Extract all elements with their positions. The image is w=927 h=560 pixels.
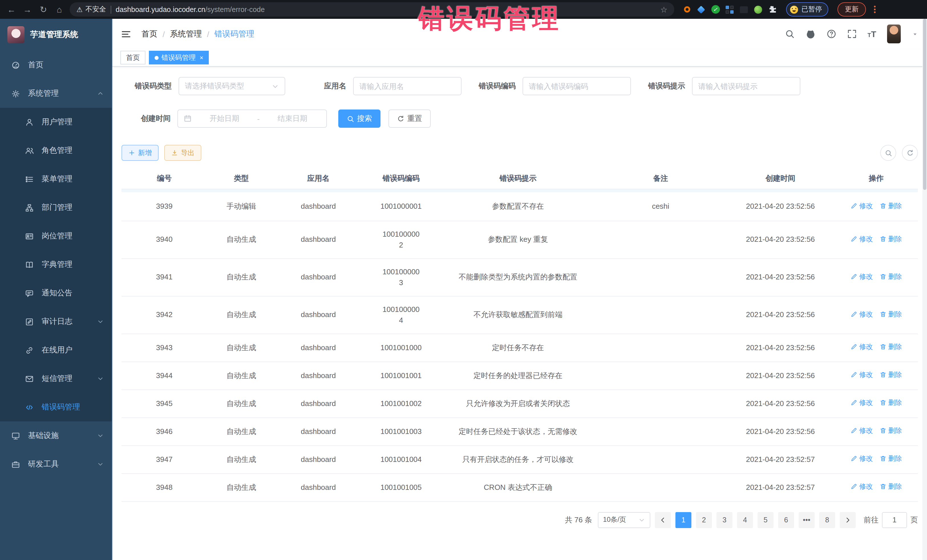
delete-link[interactable]: 删除 <box>880 234 902 244</box>
page-button-1[interactable]: 1 <box>675 512 691 528</box>
browser-menu-icon[interactable] <box>874 6 876 13</box>
sidebar-item-部门管理[interactable]: 部门管理 <box>0 193 112 222</box>
extensions-puzzle-icon[interactable] <box>768 5 777 14</box>
delete-link[interactable]: 删除 <box>880 200 902 211</box>
extension-onoff-icon[interactable] <box>739 5 748 14</box>
app-name-input[interactable] <box>354 77 461 95</box>
extension-gem-icon[interactable] <box>696 5 706 14</box>
sidebar-item-菜单管理[interactable]: 菜单管理 <box>0 165 112 193</box>
back-icon[interactable]: ← <box>6 5 17 14</box>
extension-target-icon[interactable] <box>682 5 691 14</box>
page-button-3[interactable]: 3 <box>716 512 732 528</box>
browser-update-button[interactable]: 更新 <box>837 2 866 17</box>
sidebar-item-用户管理[interactable]: 用户管理 <box>0 108 112 136</box>
error-msg-input[interactable] <box>693 77 800 95</box>
sidebar-item-基础设施[interactable]: 基础设施 <box>0 422 112 450</box>
edit-link[interactable]: 修改 <box>851 309 873 319</box>
table-row[interactable]: 3939手动编辑dashboard1001000001参数配置不存在ceshi2… <box>122 192 918 221</box>
security-warning[interactable]: ⚠ 不安全 <box>76 5 106 14</box>
delete-link[interactable]: 删除 <box>880 426 902 436</box>
page-size-select[interactable]: 10条/页 <box>598 512 650 528</box>
page-button-5[interactable]: 5 <box>758 512 774 528</box>
tag-首页[interactable]: 首页 <box>120 51 146 64</box>
create-time-range-picker[interactable]: 开始日期 - 结束日期 <box>178 109 327 128</box>
collapse-sidebar-icon[interactable] <box>121 29 131 39</box>
github-icon[interactable] <box>805 29 816 39</box>
page-ellipsis[interactable]: ••• <box>799 512 815 528</box>
next-page-button[interactable] <box>840 512 856 528</box>
delete-link[interactable]: 删除 <box>880 370 902 380</box>
reload-icon[interactable]: ↻ <box>38 4 49 15</box>
edit-link[interactable]: 修改 <box>851 200 873 211</box>
edit-link[interactable]: 修改 <box>851 426 873 436</box>
edit-link[interactable]: 修改 <box>851 370 873 380</box>
delete-link[interactable]: 删除 <box>880 272 902 282</box>
edit-link[interactable]: 修改 <box>851 272 873 282</box>
table-row[interactable]: 3948自动生成dashboard1001001005CRON 表达式不正确20… <box>122 473 918 501</box>
sidebar-item-字典管理[interactable]: 字典管理 <box>0 250 112 279</box>
edit-link[interactable]: 修改 <box>851 234 873 244</box>
delete-link[interactable]: 删除 <box>880 309 902 319</box>
sidebar-item-通知公告[interactable]: 通知公告 <box>0 279 112 307</box>
goto-page-input[interactable] <box>882 512 907 528</box>
sidebar-item-在线用户[interactable]: 在线用户 <box>0 336 112 364</box>
delete-link[interactable]: 删除 <box>880 342 902 352</box>
help-icon[interactable] <box>826 29 836 39</box>
edit-link[interactable]: 修改 <box>851 342 873 352</box>
page-scrollbar[interactable] <box>922 19 927 560</box>
page-button-2[interactable]: 2 <box>696 512 712 528</box>
tag-close-icon[interactable]: × <box>200 54 204 61</box>
table-row[interactable]: 3946自动生成dashboard1001001003定时任务已经处于该状态，无… <box>122 417 918 445</box>
table-row[interactable]: 3942自动生成dashboard1001000004不允许获取敏感配置到前端2… <box>122 296 918 334</box>
scrollbar-thumb[interactable] <box>923 19 926 190</box>
bookmark-star-icon[interactable]: ☆ <box>660 5 667 14</box>
table-row[interactable]: 3941自动生成dashboard1001000003不能删除类型为系统内置的参… <box>122 258 918 296</box>
sidebar-item-首页[interactable]: 首页 <box>0 51 112 79</box>
table-row[interactable]: 3940自动生成dashboard1001000002参数配置 key 重复20… <box>122 221 918 258</box>
delete-link[interactable]: 删除 <box>880 482 902 492</box>
refresh-table-button[interactable] <box>902 145 918 161</box>
table-row[interactable]: 3943自动生成dashboard1001001000定时任务不存在2021-0… <box>122 334 918 361</box>
export-button[interactable]: 导出 <box>164 145 201 161</box>
sidebar-item-研发工具[interactable]: 研发工具 <box>0 450 112 478</box>
edit-link[interactable]: 修改 <box>851 454 873 464</box>
breadcrumb-item-错误码管理[interactable]: 错误码管理 <box>214 29 254 39</box>
page-button-6[interactable]: 6 <box>778 512 794 528</box>
sidebar-item-系统管理[interactable]: 系统管理 <box>0 79 112 108</box>
show-search-toggle-button[interactable] <box>880 145 896 161</box>
paused-extension-pill[interactable]: 已暂停 <box>786 2 828 17</box>
prev-page-button[interactable] <box>655 512 671 528</box>
forward-icon[interactable]: → <box>22 5 33 14</box>
delete-link[interactable]: 删除 <box>880 398 902 408</box>
page-button-4[interactable]: 4 <box>737 512 753 528</box>
breadcrumb-item-首页[interactable]: 首页 <box>141 29 158 39</box>
address-bar[interactable]: ⚠ 不安全 dashboard.yudao.iocoder.cn/system/… <box>70 2 674 17</box>
tag-错误码管理[interactable]: 错误码管理× <box>149 51 209 64</box>
header-search-icon[interactable] <box>785 29 794 39</box>
extension-check-icon[interactable]: ✓ <box>711 5 720 14</box>
search-button[interactable]: 搜索 <box>338 109 380 128</box>
add-button[interactable]: 新增 <box>122 145 159 161</box>
table-row[interactable]: 3945自动生成dashboard1001001002只允许修改为开启或者关闭状… <box>122 390 918 417</box>
edit-link[interactable]: 修改 <box>851 482 873 492</box>
error-code-input[interactable] <box>523 77 631 95</box>
table-row[interactable]: 3947自动生成dashboard1001001004只有开启状态的任务，才可以… <box>122 445 918 473</box>
home-icon[interactable]: ⌂ <box>54 5 65 14</box>
sidebar-item-错误码管理[interactable]: 错误码管理 <box>0 393 112 422</box>
font-size-icon[interactable]: TT <box>868 29 876 39</box>
fullscreen-icon[interactable] <box>847 29 857 39</box>
delete-link[interactable]: 删除 <box>880 454 902 464</box>
sidebar-item-短信管理[interactable]: 短信管理 <box>0 364 112 393</box>
edit-link[interactable]: 修改 <box>851 398 873 408</box>
extension-sprout-icon[interactable] <box>754 5 763 14</box>
error-type-select[interactable]: 请选择错误码类型 <box>179 77 285 95</box>
brand[interactable]: 芋道管理系统 <box>0 19 112 51</box>
extension-grid-icon[interactable] <box>725 5 734 14</box>
avatar-caret-icon[interactable] <box>912 30 918 37</box>
breadcrumb-item-系统管理[interactable]: 系统管理 <box>170 29 202 39</box>
reset-button[interactable]: 重置 <box>389 109 431 128</box>
sidebar-item-岗位管理[interactable]: 岗位管理 <box>0 222 112 250</box>
user-avatar[interactable] <box>887 24 901 43</box>
page-button-8[interactable]: 8 <box>819 512 835 528</box>
sidebar-item-审计日志[interactable]: 审计日志 <box>0 307 112 336</box>
